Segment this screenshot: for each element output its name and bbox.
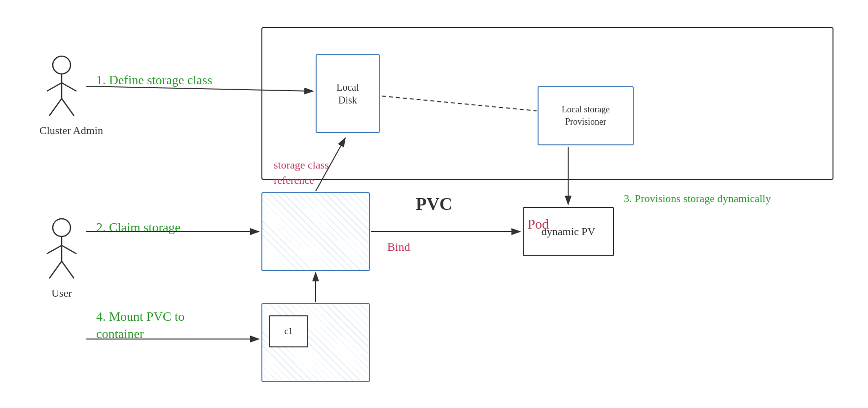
svg-point-0: [53, 56, 71, 74]
bind-label: Bind: [387, 240, 410, 254]
user-figure: User: [39, 217, 84, 300]
provisioner-box: Local storage Provisioner: [538, 86, 634, 145]
svg-line-3: [62, 83, 76, 91]
container-label: c1: [285, 326, 293, 337]
cluster-admin-label: Cluster Admin: [39, 124, 103, 137]
step2-label: 2. Claim storage: [96, 220, 181, 235]
local-disk-box: Local Disk: [316, 54, 380, 133]
cluster-admin-figure: Cluster Admin: [39, 54, 103, 137]
dynamic-pv-label: dynamic PV: [542, 225, 595, 238]
svg-line-4: [49, 99, 62, 116]
step3-label: 3. Provisions storage dynamically: [624, 192, 771, 205]
svg-point-6: [53, 219, 71, 237]
local-disk-label: Local Disk: [336, 81, 359, 106]
container-box: c1: [269, 315, 308, 347]
svg-line-11: [62, 261, 74, 278]
storage-class-ref-label: storage class reference: [274, 158, 329, 188]
svg-line-10: [49, 261, 62, 278]
user-label: User: [39, 287, 84, 300]
svg-line-2: [47, 83, 62, 91]
step1-label: 1. Define storage class: [96, 73, 212, 88]
pvc-hatch: [262, 193, 369, 270]
svg-line-5: [62, 99, 74, 116]
step4-label: 4. Mount PVC to container: [96, 308, 184, 342]
pvc-label: PVC: [416, 194, 452, 214]
provisioner-label: Local storage Provisioner: [562, 103, 610, 128]
svg-line-9: [62, 245, 76, 254]
dynamic-pv-box: dynamic PV: [523, 207, 614, 256]
pvc-box: [261, 192, 370, 271]
diagram-canvas: Local Disk Local storage Provisioner PVC…: [0, 0, 868, 408]
svg-line-8: [47, 245, 62, 254]
